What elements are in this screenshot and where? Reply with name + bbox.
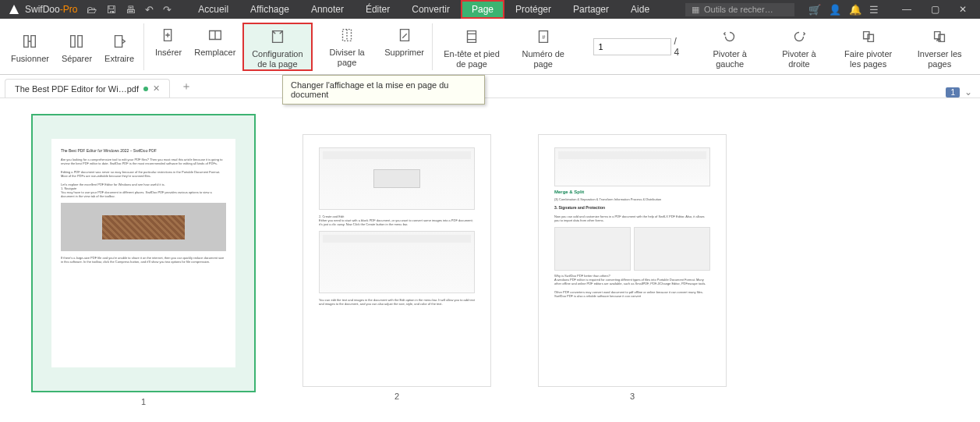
- page-total-label: / 4: [674, 36, 681, 58]
- page-number-3: 3: [630, 392, 635, 401]
- page-current-input[interactable]: [593, 38, 671, 55]
- chevron-down-icon[interactable]: ⌄: [964, 87, 972, 98]
- hash-icon: #: [532, 27, 554, 46]
- page-number-button[interactable]: #Numéro de page: [509, 24, 578, 69]
- thumbnail-3[interactable]: Merge & Split (3) Combination & Separati…: [538, 134, 727, 406]
- menu-aide[interactable]: Aide: [620, 0, 660, 19]
- split-button[interactable]: Séparer: [57, 29, 97, 64]
- rotate-left-button[interactable]: Pivoter à gauche: [695, 24, 764, 69]
- page-number-1: 1: [141, 397, 146, 406]
- menu-affichage[interactable]: Affichage: [239, 0, 300, 19]
- header-footer-button[interactable]: En-tête et pied de page: [437, 24, 506, 69]
- undo-icon[interactable]: ↶: [145, 4, 154, 16]
- replace-icon: [204, 26, 226, 44]
- page-thumbnail-viewer: The Best PDF Editor for Windows 2022 – S…: [0, 98, 980, 422]
- print-icon[interactable]: 🖶: [126, 4, 136, 16]
- rotate-pages-button[interactable]: Faire pivoter les pages: [834, 24, 903, 69]
- page-number-2: 2: [394, 392, 399, 401]
- thumbnail-2[interactable]: 2. Create and EditEither you need to sta…: [302, 134, 491, 406]
- app-name: SwifDoo-Pro: [25, 4, 77, 15]
- divide-icon: [336, 26, 358, 44]
- modified-dot-icon: [143, 87, 148, 91]
- user-icon[interactable]: 👤: [829, 4, 841, 16]
- save-icon[interactable]: 🖫: [106, 4, 116, 16]
- page-setup-tooltip: Changer l'affichage et la mise en page d…: [282, 75, 485, 105]
- redo-icon[interactable]: ↷: [163, 4, 172, 16]
- insert-button[interactable]: Insérer: [149, 23, 188, 71]
- rotate-left-icon: [719, 27, 741, 46]
- delete-icon: [394, 26, 416, 44]
- main-menu: Accueil Affichage Annoter Éditer Convert…: [187, 0, 660, 19]
- page-setup-button[interactable]: Configuration de la page: [242, 23, 313, 71]
- titlebar: SwifDoo-Pro 🗁 🖫 🖶 ↶ ↷ Accueil Affichage …: [0, 0, 980, 19]
- page3-heading-merge: Merge & Split: [554, 190, 710, 194]
- close-button[interactable]: ✕: [949, 0, 977, 19]
- menu-annoter[interactable]: Annoter: [300, 0, 355, 19]
- cart-icon[interactable]: 🛒: [808, 4, 821, 16]
- menu-partager[interactable]: Partager: [562, 0, 620, 19]
- replace-button[interactable]: Remplacer: [191, 23, 239, 71]
- quick-access: 🗁 🖫 🖶 ↶ ↷: [87, 4, 172, 16]
- split-icon: [65, 32, 87, 51]
- document-tab[interactable]: The Best PDF Editor for Wi…pdf ✕: [5, 79, 170, 98]
- svg-text:#: #: [542, 33, 546, 40]
- reverse-pages-button[interactable]: Inverser les pages: [905, 24, 974, 69]
- document-tabbar: The Best PDF Editor for Wi…pdf ✕ ＋ 1 ⌄: [0, 75, 980, 98]
- merge-button[interactable]: Fusionner: [6, 29, 54, 64]
- merge-icon: [19, 32, 41, 51]
- minimize-button[interactable]: —: [893, 0, 921, 19]
- tab-close-icon[interactable]: ✕: [153, 83, 160, 94]
- tab-title: The Best PDF Editor for Wi…pdf: [15, 84, 139, 94]
- divide-button[interactable]: Diviser la page: [316, 23, 378, 71]
- extract-button[interactable]: Extraire: [100, 29, 139, 64]
- header-footer-icon: [461, 27, 483, 46]
- new-tab-button[interactable]: ＋: [181, 80, 192, 98]
- rotate-right-button[interactable]: Pivoter à droite: [767, 24, 831, 69]
- menu-accueil[interactable]: Accueil: [187, 0, 239, 19]
- menu-page[interactable]: Page: [461, 0, 504, 19]
- menu-convertir[interactable]: Convertir: [401, 0, 461, 19]
- reverse-pages-icon: [929, 27, 950, 46]
- grid-icon: ▦: [692, 5, 699, 15]
- page-setup-icon: [267, 27, 288, 46]
- insert-icon: [157, 26, 179, 44]
- search-tools-input[interactable]: ▦Outils de recher…: [685, 3, 794, 16]
- menu-editer[interactable]: Éditer: [355, 0, 401, 19]
- page3-heading-sig: 3. Signature and Protection: [554, 206, 710, 210]
- menu-proteger[interactable]: Protéger: [504, 0, 562, 19]
- current-page-badge: 1: [946, 87, 960, 98]
- thumbnail-1[interactable]: The Best PDF Editor for Windows 2022 – S…: [31, 114, 256, 406]
- rotate-pages-icon: [858, 27, 879, 46]
- open-icon[interactable]: 🗁: [87, 4, 97, 16]
- extract-icon: [108, 32, 130, 51]
- app-logo-icon: [8, 3, 20, 16]
- maximize-button[interactable]: ▢: [921, 0, 949, 19]
- ribbon: Fusionner Séparer Extraire Insérer Rempl…: [0, 19, 980, 75]
- delete-button[interactable]: Supprimer: [381, 23, 427, 71]
- rotate-right-icon: [788, 27, 810, 46]
- bell-icon[interactable]: 🔔: [849, 4, 861, 16]
- menu-icon[interactable]: ☰: [869, 4, 879, 16]
